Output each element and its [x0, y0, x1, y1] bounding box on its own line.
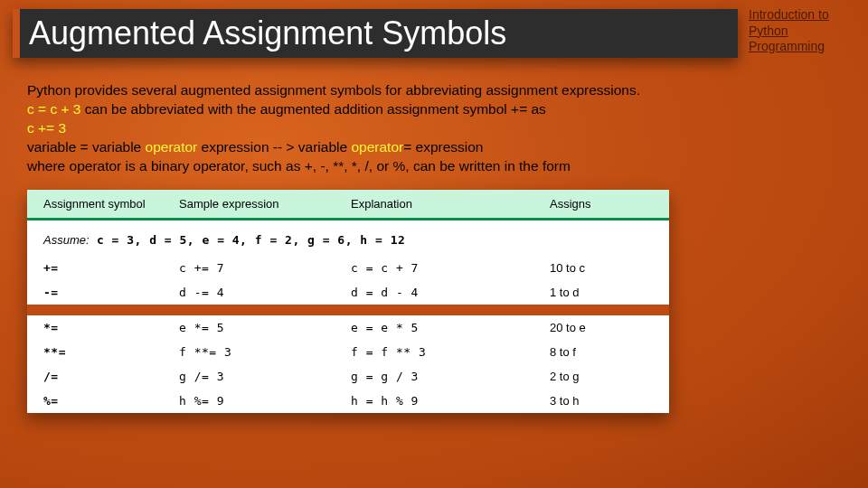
cell-sample: f **= 3 — [179, 345, 351, 359]
cell-sample: g /= 3 — [179, 370, 351, 383]
body-text: Python provides several augmented assign… — [27, 81, 841, 176]
body-line-2: c = c + 3 can be abbreviated with the au… — [27, 100, 841, 119]
col-header-explain: Explanation — [351, 197, 550, 211]
text-fragment: = expression — [403, 139, 483, 155]
body-line-5: where operator is a binary operator, suc… — [27, 157, 841, 176]
cell-assigns: 10 to c — [550, 261, 685, 275]
cell-explain: f = f ** 3 — [351, 345, 550, 359]
cell-explain: g = g / 3 — [351, 370, 550, 383]
table-gap — [27, 305, 669, 315]
col-header-sample: Sample expression — [179, 197, 351, 211]
cell-sample: c += 7 — [179, 261, 351, 275]
cell-explain: c = c + 7 — [351, 261, 550, 275]
slide-title: Augmented Assignment Symbols — [29, 14, 506, 52]
operators-table: Assignment symbol Sample expression Expl… — [27, 190, 669, 413]
cell-assigns: 2 to g — [550, 370, 685, 383]
cell-symbol: /= — [43, 370, 179, 383]
cell-assigns: 20 to e — [550, 321, 685, 334]
cell-symbol: *= — [43, 321, 179, 334]
cell-sample: e *= 5 — [179, 321, 351, 334]
table-row: **= f **= 3 f = f ** 3 8 to f — [27, 340, 669, 364]
cell-symbol: **= — [43, 345, 179, 359]
col-header-assigns: Assigns — [550, 197, 685, 211]
cell-sample: d -= 4 — [179, 286, 351, 299]
table-row: *= e *= 5 e = e * 5 20 to e — [27, 315, 669, 340]
col-header-symbol: Assignment symbol — [43, 197, 179, 211]
cell-assigns: 8 to f — [550, 345, 685, 359]
cell-explain: d = d - 4 — [351, 286, 550, 299]
cell-explain: e = e * 5 — [351, 321, 550, 334]
title-accent — [13, 9, 20, 58]
text-fragment: can be abbreviated with the augmented ad… — [80, 101, 545, 117]
text-fragment: variable = variable — [27, 139, 146, 155]
body-line-3: c += 3 — [27, 119, 841, 138]
assume-label: Assume: — [43, 233, 90, 247]
operator-highlight: operator — [146, 139, 198, 155]
title-bar: Augmented Assignment Symbols — [13, 9, 738, 58]
cell-assigns: 3 to h — [550, 394, 685, 408]
body-line-1: Python provides several augmented assign… — [27, 81, 841, 100]
cell-sample: h %= 9 — [179, 394, 351, 408]
cell-symbol: += — [43, 261, 179, 275]
assume-row: Assume: c = 3, d = 5, e = 4, f = 2, g = … — [27, 221, 669, 256]
table-row: += c += 7 c = c + 7 10 to c — [27, 256, 669, 280]
table-header-row: Assignment symbol Sample expression Expl… — [27, 190, 669, 221]
assume-code: c = 3, d = 5, e = 4, f = 2, g = 6, h = 1… — [90, 233, 406, 247]
text-fragment: expression -- > variable — [197, 139, 351, 155]
cell-explain: h = h % 9 — [351, 394, 550, 408]
cell-assigns: 1 to d — [550, 286, 685, 299]
code-fragment: c = c + 3 — [27, 101, 80, 117]
body-line-4: variable = variable operator expression … — [27, 138, 841, 157]
table-row: /= g /= 3 g = g / 3 2 to g — [27, 364, 669, 389]
table-row: %= h %= 9 h = h % 9 3 to h — [27, 389, 669, 413]
table-row: -= d -= 4 d = d - 4 1 to d — [27, 280, 669, 305]
course-subtitle: Introduction to Python Programming — [740, 0, 868, 69]
cell-symbol: -= — [43, 286, 179, 299]
cell-symbol: %= — [43, 394, 179, 408]
operator-highlight: operator — [351, 139, 403, 155]
